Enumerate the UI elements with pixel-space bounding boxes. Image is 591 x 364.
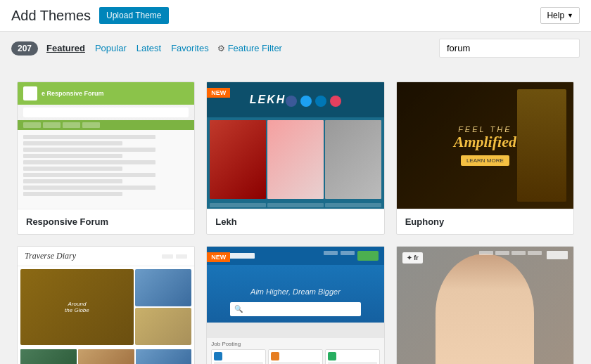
tab-featured[interactable]: Featured <box>45 41 87 56</box>
theme-name: Euphony <box>405 216 565 227</box>
theme-card: FEEL THE Amplified LEARN MORE Euphony <box>396 82 574 235</box>
theme-card: ✦ fr Freeware <box>396 246 574 364</box>
theme-count-badge: 207 <box>11 41 38 56</box>
theme-card: NEW LEKH <box>206 82 384 235</box>
themes-grid: e Responsive Forum <box>0 65 591 364</box>
theme-card: Traverse Diary Aroundthe Globe <box>17 246 195 364</box>
page-title: Add Themes <box>11 8 91 24</box>
tab-popular[interactable]: Popular <box>94 41 128 56</box>
tab-latest[interactable]: Latest <box>135 41 163 56</box>
filter-bar: 207 Featured Popular Latest Favorites Fe… <box>0 32 591 65</box>
theme-card: NEW Aim Higher, Dream Bigger 🔍 <box>206 246 384 364</box>
traverse-logo: Traverse Diary <box>25 251 76 261</box>
tab-favorites[interactable]: Favorites <box>170 41 210 56</box>
upload-theme-button[interactable]: Upload Theme <box>99 7 169 24</box>
help-button[interactable]: Help <box>540 7 580 24</box>
theme-name: Responsive Forum <box>26 216 186 227</box>
theme-card: e Responsive Forum <box>17 82 195 235</box>
search-input[interactable] <box>439 39 580 58</box>
feature-filter-button[interactable]: Feature Filter <box>217 43 282 53</box>
theme-name: Lekh <box>215 216 375 227</box>
top-bar: Add Themes Upload Theme Help <box>0 0 591 32</box>
